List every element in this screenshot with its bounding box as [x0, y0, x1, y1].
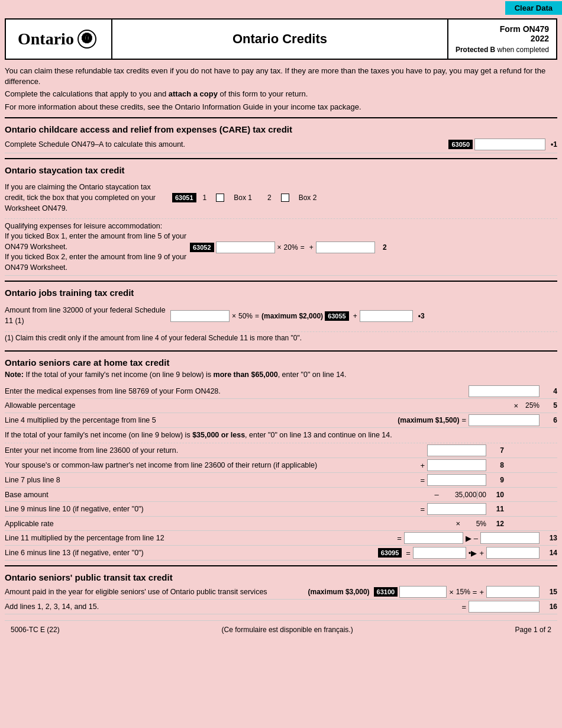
line6-input[interactable] [469, 415, 539, 426]
staycation-row2-label: Qualifying expenses for leisure accommod… [5, 221, 188, 273]
line15-multiply-op: × [447, 588, 456, 597]
jobs-max-note: (maximum $2,000) [261, 312, 323, 320]
line13-input2[interactable] [481, 533, 539, 543]
staycation-checkboxes: 1 Box 1 2 Box 2 [198, 194, 317, 202]
line13-num: 13 [540, 534, 557, 542]
page: Clear Data Ontario ⓿ Ontario Credits For… [0, 0, 562, 728]
line14-plus-op: + [479, 549, 486, 558]
line4-field[interactable] [469, 385, 540, 397]
jobs-result-field[interactable] [360, 310, 413, 322]
line9-field[interactable] [427, 474, 486, 486]
line8-input[interactable] [428, 460, 486, 471]
line13-field2[interactable] [480, 532, 540, 544]
jobs-input[interactable] [171, 311, 229, 321]
line15-input2[interactable] [487, 587, 539, 597]
line15-field2[interactable] [486, 586, 540, 598]
staycation-row1-label: If you are claiming the Ontario staycati… [5, 182, 170, 214]
line6-equals-op: = [461, 415, 469, 424]
divider-1 [5, 117, 557, 118]
line15-pct: 15% [456, 588, 470, 596]
jobs-pct: 50% [238, 312, 253, 320]
care-input[interactable] [475, 139, 545, 150]
staycation-expenses-row: Qualifying expenses for leisure accommod… [5, 219, 557, 276]
line15-field1[interactable] [399, 586, 447, 598]
ontario-logo-icon: ⓿ [77, 30, 96, 49]
intro-line-2: Complete the calculations that apply to … [5, 89, 557, 99]
protected-label: Protected B when completed [456, 46, 549, 54]
seniors-line9-row: Line 7 plus line 8 = 9 [5, 473, 557, 488]
staycation-section: Ontario staycation tax credit If you are… [5, 165, 557, 276]
line15-equals-op: = [470, 588, 480, 597]
line6-note: If the total of your family's net income… [5, 428, 557, 444]
jobs-code: 63055 [325, 311, 349, 321]
line16-field[interactable] [469, 601, 540, 613]
line11-input[interactable] [428, 504, 486, 514]
care-field[interactable] [474, 138, 545, 150]
staycation-linenum: 2 [375, 243, 387, 252]
staycation-result-input[interactable] [316, 242, 374, 253]
line15-input1[interactable] [400, 587, 446, 597]
line11-field[interactable] [427, 503, 486, 515]
line14-code: 63095 [378, 548, 402, 558]
seniors-line7-row: Enter your net income from line 23600 of… [5, 443, 557, 458]
line10-minus-op: – [434, 490, 441, 499]
header: Ontario ⓿ Ontario Credits Form ON479 202… [5, 18, 557, 60]
line15-plus-op: + [479, 588, 486, 597]
jobs-footnote: (1) Claim this credit only if the amount… [5, 332, 557, 346]
line14-input1[interactable] [414, 547, 466, 558]
line4-input[interactable] [469, 386, 539, 397]
box1-label: Box 1 [234, 194, 252, 202]
line14-field2[interactable] [486, 547, 540, 559]
jobs-equals-op: = [253, 312, 261, 320]
staycation-plus-op: + [307, 243, 316, 252]
logo-area: Ontario ⓿ [6, 20, 112, 59]
line14-input2[interactable] [487, 547, 539, 558]
footer-page-num: Page 1 of 2 [515, 626, 551, 634]
staycation-expenses-field[interactable] [216, 241, 275, 253]
line7-input[interactable] [428, 445, 486, 456]
form-info: Form ON479 2022 Protected B when complet… [447, 20, 556, 59]
line6-field[interactable] [469, 414, 540, 426]
seniors-line5-row: Allowable percentage × 25% 5 [5, 399, 557, 413]
care-code: 63050 [448, 140, 473, 149]
jobs-multiply-op: × [230, 312, 238, 320]
jobs-row: Amount from line 32000 of your federal S… [5, 300, 557, 332]
intro-line-3: For more information about these credits… [5, 102, 557, 112]
line13-minus-op: – [474, 534, 480, 543]
line6-label: Line 4 multiplied by the percentage from… [5, 416, 398, 424]
jobs-result-input[interactable] [360, 311, 412, 321]
jobs-field[interactable] [170, 310, 230, 322]
line9-label: Line 7 plus line 8 [5, 476, 420, 484]
line7-num: 7 [486, 446, 504, 455]
line16-input[interactable] [469, 601, 539, 612]
ontario-wordmark: Ontario [18, 30, 74, 49]
staycation-box2[interactable] [281, 194, 289, 202]
line13-arrow: ▶ [463, 534, 474, 543]
line13-field1[interactable] [404, 532, 463, 544]
line9-input[interactable] [428, 475, 486, 485]
top-bar: Clear Data [0, 0, 562, 16]
main-content: You can claim these refundable tax credi… [5, 63, 557, 639]
jobs-plus-op: + [351, 312, 360, 320]
jobs-linenum: •3 [413, 312, 425, 320]
line11-equals-op: = [420, 505, 427, 514]
line10-value: 35,000 [441, 491, 477, 499]
clear-data-button[interactable]: Clear Data [505, 1, 562, 15]
line10-cents: 00 [477, 491, 486, 499]
line13-input1[interactable] [405, 533, 463, 543]
staycation-result-field[interactable] [316, 241, 375, 253]
line8-field[interactable] [427, 459, 486, 471]
care-section: Ontario childcare access and relief from… [5, 124, 557, 153]
line14-field1[interactable] [413, 547, 466, 559]
staycation-expenses-input[interactable] [217, 242, 274, 253]
care-title: Ontario childcare access and relief from… [5, 124, 557, 134]
line8-num: 8 [486, 461, 504, 469]
seniors-line14-row: Line 6 minus line 13 (if negative, enter… [5, 546, 557, 561]
line5-label: Allowable percentage [5, 401, 513, 410]
seniors-care-note: Note: If the total of your family's net … [5, 370, 557, 381]
staycation-box1[interactable] [216, 194, 224, 202]
line14-num: 14 [540, 549, 557, 557]
line7-field[interactable] [427, 444, 486, 456]
transit-title: Ontario seniors' public transit tax cred… [5, 572, 557, 582]
staycation-title: Ontario staycation tax credit [5, 165, 557, 175]
